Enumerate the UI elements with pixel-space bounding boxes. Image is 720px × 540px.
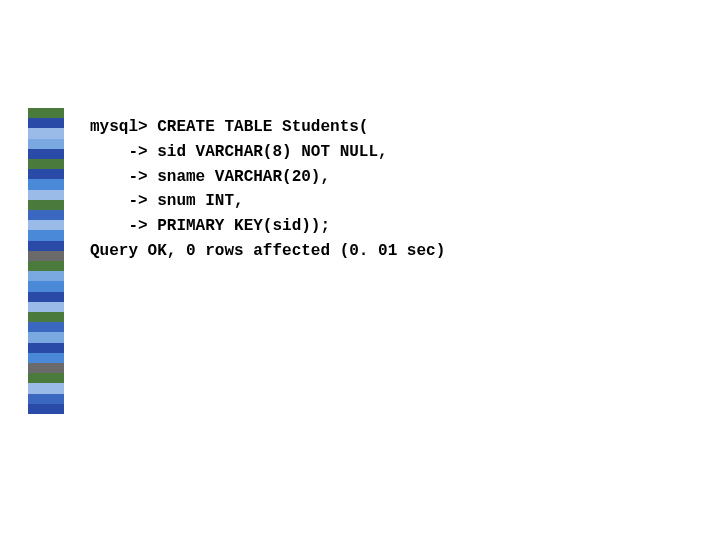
stripe xyxy=(28,190,64,200)
stripe xyxy=(28,302,64,312)
stripe xyxy=(28,261,64,271)
code-line-3: -> sname VARCHAR(20), xyxy=(90,168,330,186)
stripe xyxy=(28,281,64,291)
stripe xyxy=(28,200,64,210)
stripe xyxy=(28,404,64,414)
stripe xyxy=(28,210,64,220)
stripe xyxy=(28,230,64,240)
stripe xyxy=(28,139,64,149)
stripe xyxy=(28,312,64,322)
stripe xyxy=(28,373,64,383)
code-line-2: -> sid VARCHAR(8) NOT NULL, xyxy=(90,143,388,161)
stripe xyxy=(28,118,64,128)
stripe xyxy=(28,343,64,353)
stripe xyxy=(28,108,64,118)
stripe xyxy=(28,179,64,189)
stripe xyxy=(28,292,64,302)
stripe xyxy=(28,241,64,251)
stripe xyxy=(28,220,64,230)
sql-code-block: mysql> CREATE TABLE Students( -> sid VAR… xyxy=(90,115,445,264)
stripe xyxy=(28,128,64,138)
stripe xyxy=(28,383,64,393)
stripe xyxy=(28,363,64,373)
stripe xyxy=(28,394,64,404)
stripe xyxy=(28,149,64,159)
code-line-6: Query OK, 0 rows affected (0. 01 sec) xyxy=(90,242,445,260)
stripe xyxy=(28,159,64,169)
stripe xyxy=(28,251,64,261)
stripe xyxy=(28,169,64,179)
stripe xyxy=(28,271,64,281)
stripe xyxy=(28,322,64,332)
code-line-1: mysql> CREATE TABLE Students( xyxy=(90,118,368,136)
code-line-5: -> PRIMARY KEY(sid)); xyxy=(90,217,330,235)
code-line-4: -> snum INT, xyxy=(90,192,244,210)
stripe xyxy=(28,332,64,342)
stripe xyxy=(28,353,64,363)
decorative-stripe-bar xyxy=(28,108,64,414)
